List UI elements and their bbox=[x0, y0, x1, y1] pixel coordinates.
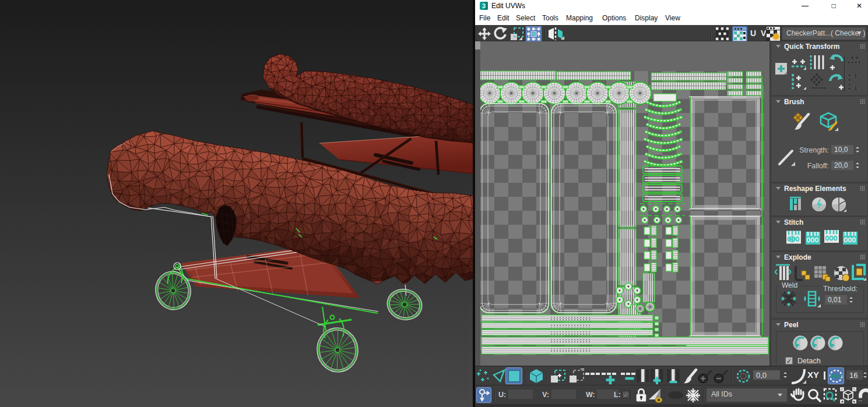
svg-text:3: 3 bbox=[482, 2, 486, 9]
